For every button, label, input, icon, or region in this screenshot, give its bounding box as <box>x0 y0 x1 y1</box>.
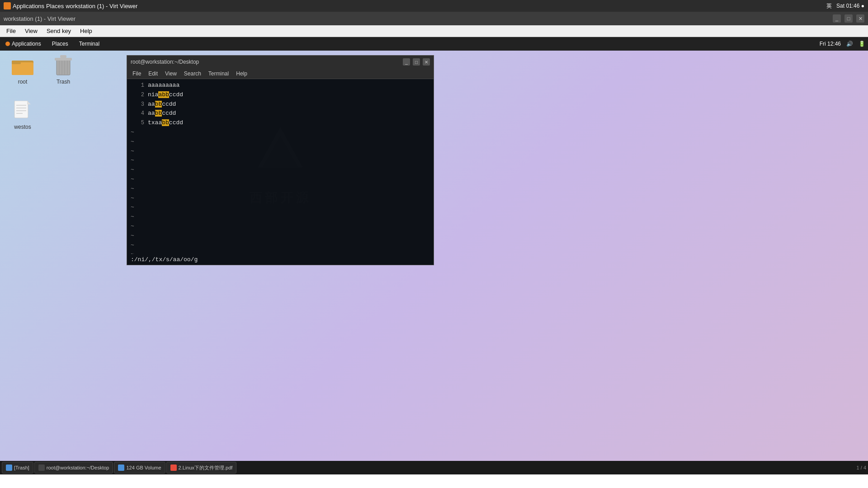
westos-icon-label: westos <box>14 124 31 130</box>
apps-dot <box>5 42 10 46</box>
terminal-maximize-button[interactable]: □ <box>413 58 420 66</box>
virt-title-bar: workstation (1) - Virt Viewer _ □ ✕ <box>0 12 868 25</box>
app-icon <box>4 2 11 9</box>
taskbar-item-virt[interactable]: 124 GB Volume <box>114 462 165 474</box>
tilde-10: ~ <box>131 212 430 222</box>
svg-rect-1 <box>12 62 33 75</box>
system-applications-label[interactable]: Applications <box>13 3 44 9</box>
svg-rect-10 <box>60 55 66 58</box>
tilde-14: ~ <box>131 250 430 254</box>
system-bar: Applications Places workstation (1) - Vi… <box>0 0 868 12</box>
inner-battery-icon: 🔋 <box>859 41 865 47</box>
desktop-icon-westos[interactable]: westos <box>5 100 41 130</box>
westos-file-icon <box>12 100 33 122</box>
taskbar-virt-label: 124 GB Volume <box>126 465 161 470</box>
desktop-icon-root[interactable]: root <box>5 55 41 85</box>
virt-menu-file[interactable]: File <box>2 25 20 37</box>
terminal-title-bar: root@workstation:~/Desktop _ □ ✕ <box>127 56 434 68</box>
svg-rect-3 <box>57 60 70 75</box>
virt-minimize-button[interactable]: _ <box>833 14 841 23</box>
system-places-label[interactable]: Places <box>46 3 64 9</box>
taskbar-item-terminal[interactable]: root@workstation:~/Desktop <box>34 462 113 474</box>
inner-terminal-label: Terminal <box>79 41 99 47</box>
tilde-2: ~ <box>131 137 430 147</box>
terminal-taskbar-icon <box>38 465 45 471</box>
terminal-close-button[interactable]: ✕ <box>423 58 430 66</box>
tmenu-search[interactable]: Search <box>180 70 205 77</box>
svg-rect-9 <box>55 58 72 61</box>
taskbar-terminal-label: root@workstation:~/Desktop <box>47 465 109 470</box>
pdf-taskbar-icon <box>170 465 177 471</box>
system-bar-right: 英 Sat 01:46 ● <box>826 2 864 10</box>
terminal-line-1: 1 aaaaaaaaa <box>131 81 430 90</box>
tilde-12: ~ <box>131 231 430 241</box>
virt-menu-sendkey[interactable]: Send key <box>42 25 75 37</box>
system-window-title: workstation (1) - Virt Viewer <box>66 3 137 9</box>
taskbar-trash-label: [Trash] <box>14 465 29 470</box>
virt-close-button[interactable]: ✕ <box>856 14 864 23</box>
bottom-taskbar: [Trash] root@workstation:~/Desktop 124 G… <box>0 461 868 474</box>
inner-applications-label: Applications <box>12 41 41 47</box>
terminal-minimize-button[interactable]: _ <box>403 58 410 66</box>
virt-maximize-button[interactable]: □ <box>844 14 853 23</box>
page-indicator-text: 1 / 4 <box>857 465 866 470</box>
terminal-line-3: 3 aabbccdd <box>131 100 430 109</box>
inner-applications-button[interactable]: Applications <box>3 40 44 48</box>
tilde-5: ~ <box>131 165 430 175</box>
trash-folder-icon <box>52 55 74 77</box>
taskbar-item-trash[interactable]: [Trash] <box>2 462 33 474</box>
desktop: root Trash <box>0 51 868 474</box>
inner-places-button[interactable]: Places <box>49 40 71 48</box>
virt-window-title: workstation (1) - Virt Viewer <box>4 15 75 22</box>
terminal-command-text: :/ni/,/tx/s/aa/oo/g <box>131 256 198 263</box>
terminal-window: root@workstation:~/Desktop _ □ ✕ File Ed… <box>127 55 434 265</box>
terminal-body[interactable]: 西部开源 1 aaaaaaaaa 2 niaabbccdd 3 aabbccdd… <box>127 79 434 254</box>
terminal-window-controls: _ □ ✕ <box>403 58 430 66</box>
virt-window-controls: _ □ ✕ <box>833 14 864 23</box>
inner-terminal-button[interactable]: Terminal <box>76 40 102 48</box>
terminal-menu: File Edit View Search Terminal Help <box>127 68 434 79</box>
tilde-8: ~ <box>131 194 430 203</box>
tmenu-view[interactable]: View <box>161 70 180 77</box>
trash-taskbar-icon <box>6 465 12 471</box>
virt-menu-view[interactable]: View <box>20 25 42 37</box>
terminal-line-2: 2 niaabbccdd <box>131 90 430 100</box>
system-bar-left: Applications Places workstation (1) - Vi… <box>4 2 137 9</box>
terminal-line-5: 5 txaabbccdd <box>131 118 430 128</box>
tilde-1: ~ <box>131 128 430 137</box>
virt-menu-help[interactable]: Help <box>75 25 97 37</box>
terminal-title: root@workstation:~/Desktop <box>131 59 199 65</box>
inner-time: Fri 12:46 <box>820 41 841 47</box>
taskbar-pdf-label: 2.Linux下的文件管理.pdf <box>179 465 233 471</box>
inner-places-label: Places <box>52 41 68 47</box>
root-folder-icon <box>12 55 33 77</box>
tilde-9: ~ <box>131 203 430 212</box>
inner-speaker-icon: 🔊 <box>846 41 853 47</box>
taskbar-item-pdf[interactable]: 2.Linux下的文件管理.pdf <box>166 462 237 474</box>
terminal-line-4: 4 aabbccdd <box>131 109 430 118</box>
tmenu-edit[interactable]: Edit <box>145 70 161 77</box>
inner-taskbar-right: Fri 12:46 🔊 🔋 <box>820 41 865 47</box>
desktop-icon-trash[interactable]: Trash <box>45 55 81 85</box>
tmenu-help[interactable]: Help <box>232 70 251 77</box>
root-icon-label: root <box>18 79 28 85</box>
tilde-4: ~ <box>131 156 430 165</box>
system-lang: 英 <box>826 2 832 10</box>
trash-icon-label: Trash <box>57 79 70 85</box>
svg-rect-2 <box>12 61 21 64</box>
tilde-3: ~ <box>131 147 430 156</box>
inner-taskbar: Applications Places Terminal Fri 12:46 🔊… <box>0 37 868 51</box>
tmenu-terminal[interactable]: Terminal <box>205 70 232 77</box>
tilde-11: ~ <box>131 222 430 231</box>
inner-taskbar-left: Applications Places Terminal <box>3 40 102 48</box>
system-time: Sat 01:46 ● <box>836 3 864 9</box>
svg-rect-11 <box>14 101 28 118</box>
tilde-13: ~ <box>131 241 430 250</box>
tilde-6: ~ <box>131 175 430 184</box>
taskbar-page-indicator: 1 / 4 <box>857 465 866 470</box>
tilde-7: ~ <box>131 184 430 194</box>
terminal-command-line: :/ni/,/tx/s/aa/oo/g <box>127 254 434 265</box>
tmenu-file[interactable]: File <box>129 70 145 77</box>
virt-menu-bar: File View Send key Help <box>0 25 868 37</box>
virt-taskbar-icon <box>118 465 124 471</box>
